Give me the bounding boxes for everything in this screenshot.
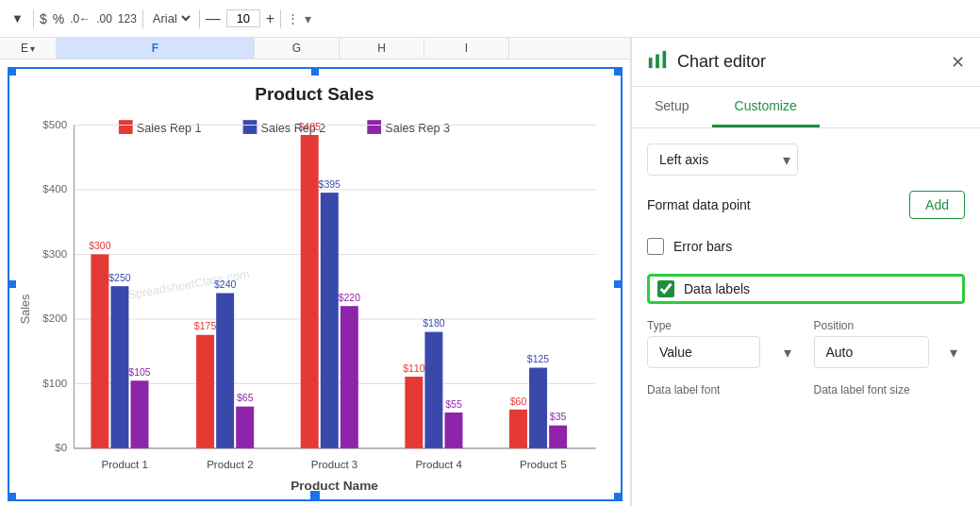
- svg-text:$35: $35: [550, 411, 567, 422]
- toolbar-expand-icon[interactable]: ▾: [305, 11, 311, 26]
- toolbar-dropdown-btn[interactable]: ▼: [8, 9, 27, 27]
- svg-rect-51: [509, 410, 527, 448]
- svg-rect-3: [243, 120, 257, 134]
- more-vert-icon[interactable]: ⋮: [287, 11, 299, 25]
- data-labels-row: Data labels: [647, 274, 965, 304]
- svg-rect-55: [549, 426, 567, 448]
- format-data-point-label: Format data point: [647, 197, 751, 212]
- svg-rect-25: [110, 286, 128, 448]
- toolbar-sep-4: [280, 9, 281, 28]
- main-area: E ▾ F G H I: [0, 38, 980, 506]
- type-label: Type: [647, 319, 799, 332]
- data-label-font-size-label: Data label font size: [814, 383, 966, 396]
- format-data-point-row: Format data point Add: [647, 191, 965, 219]
- svg-text:$220: $220: [339, 292, 361, 303]
- type-dropdown-wrapper: Value Percentage Category ▾: [647, 336, 799, 368]
- toolbar-currency: $: [40, 11, 47, 26]
- data-label-font-size-field: Data label font size: [814, 383, 966, 396]
- toolbar-decimal-increase: .00: [96, 12, 112, 25]
- svg-rect-46: [424, 332, 442, 448]
- toolbar-sep-1: [33, 9, 34, 28]
- position-field-group: Position Auto Inside end Inside base Out…: [814, 319, 966, 368]
- svg-text:$100: $100: [42, 378, 67, 389]
- data-label-font-field: Data label font: [647, 383, 799, 396]
- spreadsheet-area: E ▾ F G H I: [0, 38, 631, 506]
- svg-rect-34: [236, 407, 254, 448]
- chart-editor-panel: Chart editor ✕ Setup Customize Left axis…: [631, 38, 980, 506]
- svg-text:Product 1: Product 1: [101, 459, 148, 470]
- svg-text:$300: $300: [89, 240, 111, 251]
- resize-handle-top[interactable]: [311, 68, 319, 76]
- svg-rect-44: [405, 377, 423, 448]
- toolbar: ▼ $ % .0← .00 123 Arial — + ⋮ ▾: [0, 0, 980, 38]
- svg-text:$240: $240: [214, 278, 237, 290]
- toolbar-number-format: 123: [118, 12, 137, 25]
- editor-content: Left axis Right axis Horizontal axis ▾ F…: [632, 128, 980, 506]
- toolbar-decimal-decrease: .0←: [70, 12, 91, 25]
- svg-text:Product 5: Product 5: [520, 459, 567, 470]
- chart-svg: Product Sales Sales Rep 1 Sales Rep 2 Sa…: [9, 69, 621, 499]
- tab-customize[interactable]: Customize: [712, 87, 820, 127]
- svg-text:Sales Rep 1: Sales Rep 1: [137, 122, 202, 135]
- col-header-i[interactable]: I: [424, 38, 509, 59]
- resize-handle-left[interactable]: [8, 280, 16, 288]
- data-labels-label: Data labels: [684, 281, 750, 296]
- svg-text:$180: $180: [423, 317, 445, 329]
- error-bars-row: Error bars: [647, 234, 965, 259]
- font-row: Data label font Data label font size: [647, 383, 965, 396]
- col-header-f[interactable]: F: [57, 38, 255, 59]
- svg-rect-5: [367, 120, 381, 134]
- chart-editor-icon: [647, 49, 668, 75]
- svg-text:$200: $200: [42, 312, 67, 324]
- editor-header: Chart editor ✕: [632, 38, 980, 87]
- tab-setup[interactable]: Setup: [632, 87, 712, 127]
- font-size-increase[interactable]: +: [266, 10, 274, 27]
- svg-rect-23: [91, 254, 108, 447]
- editor-tabs: Setup Customize: [632, 87, 980, 128]
- error-bars-label: Error bars: [673, 239, 732, 254]
- type-dropdown[interactable]: Value Percentage Category: [647, 336, 760, 368]
- svg-text:Product 2: Product 2: [207, 459, 254, 470]
- error-bars-checkbox[interactable]: [647, 238, 664, 255]
- svg-text:$110: $110: [403, 363, 425, 374]
- chart-border: Product Sales Sales Rep 1 Sales Rep 2 Sa…: [8, 67, 623, 501]
- svg-rect-27: [131, 380, 149, 448]
- type-field-group: Type Value Percentage Category ▾: [647, 319, 799, 368]
- position-dropdown[interactable]: Auto Inside end Inside base Outside end …: [814, 336, 929, 368]
- svg-rect-41: [341, 306, 358, 448]
- svg-text:$65: $65: [237, 392, 254, 403]
- font-size-decrease[interactable]: —: [206, 10, 221, 27]
- svg-text:Sales: Sales: [19, 295, 32, 325]
- resize-handle-right[interactable]: [614, 280, 622, 288]
- toolbar-percent: %: [53, 11, 64, 26]
- svg-text:$55: $55: [445, 398, 462, 410]
- chart-wrapper: Product Sales Sales Rep 1 Sales Rep 2 Sa…: [0, 59, 630, 506]
- svg-rect-37: [301, 135, 319, 448]
- resize-handle-tl[interactable]: [8, 68, 16, 76]
- svg-rect-48: [445, 413, 463, 448]
- svg-rect-61: [663, 51, 667, 68]
- resize-handle-bl[interactable]: [8, 493, 16, 500]
- col-header-h[interactable]: H: [340, 38, 424, 59]
- axis-dropdown-row: Left axis Right axis Horizontal axis ▾: [647, 143, 965, 176]
- data-labels-checkbox[interactable]: [657, 280, 674, 297]
- svg-text:Product Name: Product Name: [291, 479, 378, 493]
- svg-text:$175: $175: [194, 320, 217, 331]
- col-header-g[interactable]: G: [255, 38, 340, 59]
- col-header-e[interactable]: E ▾: [0, 38, 57, 59]
- svg-text:$125: $125: [527, 353, 550, 364]
- resize-handle-tr[interactable]: [614, 68, 622, 76]
- svg-text:$105: $105: [128, 366, 151, 378]
- svg-text:$395: $395: [319, 178, 341, 190]
- axis-dropdown[interactable]: Left axis Right axis Horizontal axis: [647, 143, 798, 176]
- font-select[interactable]: Arial: [149, 10, 193, 26]
- resize-handle-bottom[interactable]: [310, 491, 320, 500]
- svg-text:Product 3: Product 3: [311, 459, 358, 470]
- svg-text:$400: $400: [42, 183, 67, 194]
- editor-close-button[interactable]: ✕: [951, 52, 965, 73]
- resize-handle-br[interactable]: [614, 493, 622, 500]
- svg-text:Sales Rep 3: Sales Rep 3: [385, 122, 450, 135]
- svg-text:Product Sales: Product Sales: [255, 84, 374, 104]
- font-size-input[interactable]: [226, 9, 260, 27]
- add-button[interactable]: Add: [909, 191, 965, 219]
